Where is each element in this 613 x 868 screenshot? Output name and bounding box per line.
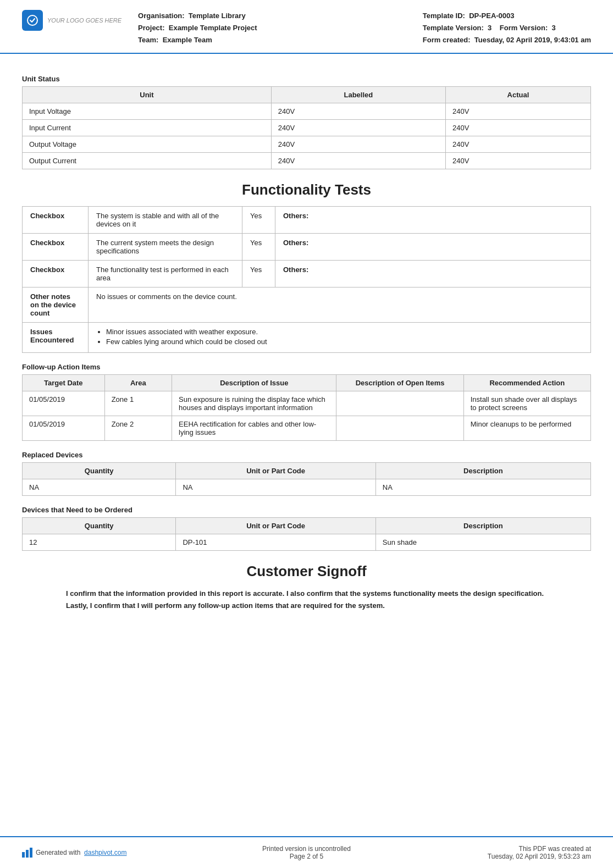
func-description: The current system meets the design spec… [89,234,242,261]
func-description: The functionality test is performed in e… [89,261,242,288]
project-value: Example Template Project [169,24,257,32]
table-cell: Input Current [23,120,272,136]
col-part-code-ordered: Unit or Part Code [176,518,375,534]
followup-cell-open_items [336,416,463,441]
customer-signoff-text: I confirm that the information provided … [22,588,591,612]
table-cell: 240V [271,136,445,153]
func-description: The system is stable and with all of the… [89,207,242,234]
footer-logo-icon [22,848,32,858]
table-cell: Output Voltage [23,136,272,153]
footer-logo-bars [22,848,32,858]
template-version-value: 3 [488,24,491,32]
unit-status-label: Unit Status [22,75,591,83]
table-cell: NA [23,479,176,496]
followup-cell-issue: Sun exposure is ruining the display face… [172,391,336,416]
followup-cell-action: Install sun shade over all displays to p… [463,391,590,416]
col-target-date: Target Date [23,375,105,391]
footer-created-line2: Tuesday, 02 April 2019, 9:53:23 am [470,853,591,860]
func-value: Yes [242,234,275,261]
table-cell: NA [176,479,375,496]
table-row: 12DP-101Sun shade [23,534,591,551]
col-part-code: Unit or Part Code [176,463,375,479]
table-cell: 240V [445,120,590,136]
followup-cell-open_items [336,391,463,416]
table-row: Input Voltage240V240V [23,103,591,120]
table-cell: NA [375,479,590,496]
followup-header: Target Date Area Description of Issue De… [23,375,591,391]
func-test-row: CheckboxThe functionality test is perfor… [23,261,591,288]
footer-generated-text: Generated with dashpivot.com [36,849,126,856]
logo-block: YOUR LOGO GOES HERE [22,10,122,31]
dashpivot-link[interactable]: dashpivot.com [84,849,126,856]
devices-ordered-body: 12DP-101Sun shade [23,534,591,551]
func-tests-body: CheckboxThe system is stable and with al… [23,207,591,353]
org-label: Organisation: [138,12,185,20]
other-notes-label: Other notes on the device count [23,288,89,323]
template-id-value: DP-PEA-0003 [469,12,514,20]
header-meta: Organisation: Template Library Project: … [138,10,423,46]
col-actual: Actual [445,87,590,103]
col-issue: Description of Issue [172,375,336,391]
unit-status-table: Unit Labelled Actual Input Voltage240V24… [22,86,591,169]
func-others: Others: [275,261,591,288]
project-label: Project: [138,24,164,32]
col-recommended-action: Recommended Action [463,375,590,391]
col-open-items: Description of Open Items [336,375,463,391]
replaced-devices-table: Quantity Unit or Part Code Description N… [22,462,591,496]
issues-list: Minor issues associated with weather exp… [96,328,583,346]
col-quantity-ordered: Quantity [23,518,176,534]
table-cell: 240V [445,103,590,120]
table-cell: 240V [271,153,445,169]
team-value: Example Team [163,36,212,44]
col-description: Description [375,463,590,479]
form-version-value: 3 [551,24,555,32]
bar2 [26,850,29,858]
table-row: Input Current240V240V [23,120,591,136]
followup-cell-area: Zone 2 [104,416,172,441]
header-right: Template ID: DP-PEA-0003 Template Versio… [423,10,591,46]
issues-encountered-row: Issues EncounteredMinor issues associate… [23,323,591,353]
table-row: 01/05/2019Zone 1Sun exposure is ruining … [23,391,591,416]
followup-cell-action: Minor cleanups to be performed [463,416,590,441]
func-type: Checkbox [23,207,89,234]
list-item: Minor issues associated with weather exp… [106,328,583,336]
footer-uncontrolled-line1: Printed version is uncontrolled [262,845,351,853]
content: Unit Status Unit Labelled Actual Input V… [0,54,613,836]
footer-center: Printed version is uncontrolled Page 2 o… [262,845,351,860]
followup-cell-date: 01/05/2019 [23,416,105,441]
devices-ordered-label: Devices that Need to be Ordered [22,506,591,514]
table-cell: Input Voltage [23,103,272,120]
col-area: Area [104,375,172,391]
footer-page-number: Page 2 of 5 [262,853,351,860]
template-id-label: Template ID: [423,12,465,20]
table-cell: Sun shade [375,534,590,551]
replaced-devices-header: Quantity Unit or Part Code Description [23,463,591,479]
header: YOUR LOGO GOES HERE Organisation: Templa… [0,0,613,54]
bar1 [22,852,25,858]
devices-ordered-table: Quantity Unit or Part Code Description 1… [22,517,591,551]
functionality-tests-table: CheckboxThe system is stable and with al… [22,206,591,353]
followup-cell-issue: EEHA rectification for cables and other … [172,416,336,441]
table-row: Output Current240V240V [23,153,591,169]
func-others: Others: [275,234,591,261]
customer-signoff-title: Customer Signoff [22,563,591,580]
followup-cell-date: 01/05/2019 [23,391,105,416]
table-cell: 240V [445,136,590,153]
replaced-devices-body: NANANA [23,479,591,496]
func-value: Yes [242,261,275,288]
footer-created-line1: This PDF was created at [470,845,591,853]
bar3 [30,848,32,858]
form-created-value: Tuesday, 02 April 2019, 9:43:01 am [474,36,591,44]
issues-value: Minor issues associated with weather exp… [89,323,591,353]
func-others: Others: [275,207,591,234]
col-quantity: Quantity [23,463,176,479]
table-cell: Output Current [23,153,272,169]
logo-icon [22,10,43,31]
devices-ordered-header: Quantity Unit or Part Code Description [23,518,591,534]
followup-table: Target Date Area Description of Issue De… [22,374,591,441]
table-cell: 240V [271,120,445,136]
other-notes-row: Other notes on the device countNo issues… [23,288,591,323]
unit-status-body: Input Voltage240V240VInput Current240V24… [23,103,591,169]
table-row: NANANA [23,479,591,496]
table-cell: 12 [23,534,176,551]
